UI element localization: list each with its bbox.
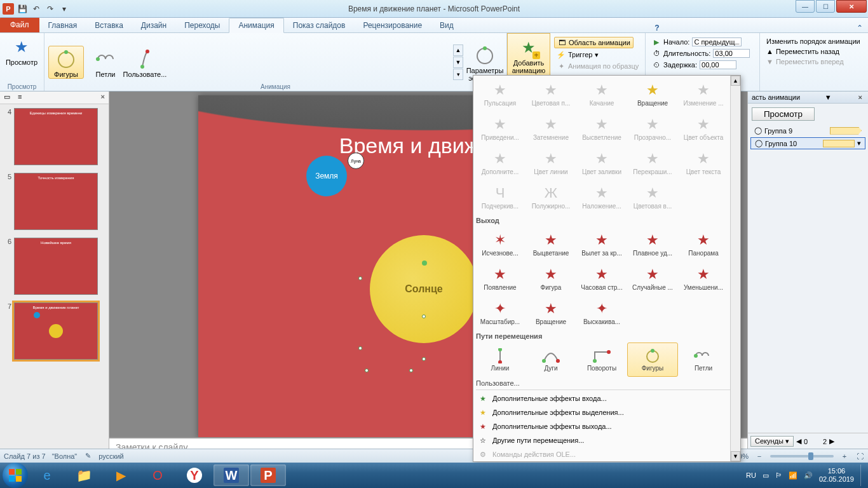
thumb-6[interactable]: 6 Новейшее время	[0, 234, 109, 299]
more-emphasis[interactable]: ★Дополнительные эффекты выделения...	[473, 405, 740, 419]
pin-icon[interactable]: ▼	[822, 93, 834, 101]
handle-c[interactable]	[422, 315, 426, 318]
tl-next-icon[interactable]: ▶	[829, 437, 834, 445]
more-exit[interactable]: ★Дополнительные эффекты выхода...	[473, 419, 740, 433]
exit-shape[interactable]: ★Фигура	[526, 261, 576, 295]
eff-objcolor[interactable]: ★Цвет объекта	[678, 111, 729, 146]
outline-tab-icon[interactable]: ≡	[14, 92, 25, 104]
tab-slideshow[interactable]: Показ слайдов	[284, 18, 355, 32]
eff-teeter[interactable]: ★Качание	[576, 77, 627, 111]
zoom-thumb[interactable]	[808, 452, 813, 460]
show-desktop-button[interactable]	[860, 464, 865, 486]
maximize-button[interactable]: ☐	[816, 0, 835, 13]
eff-wave[interactable]: ★Цветовая в...	[627, 180, 678, 214]
eff-spin[interactable]: ★Вращение	[627, 77, 678, 111]
eff-darken[interactable]: ★Затемнение	[526, 111, 576, 146]
gallery-up-icon[interactable]: ▲	[453, 44, 463, 56]
exit-shrink[interactable]: ★Уменьшени...	[678, 261, 729, 295]
exit-fade[interactable]: ★Выцветание	[526, 227, 576, 261]
delay-input[interactable]	[700, 60, 736, 69]
earth-shape[interactable]: Земля	[306, 156, 347, 196]
exit-split[interactable]: ★Панорама	[678, 227, 729, 261]
task-wmp[interactable]: ▶	[103, 464, 139, 486]
tray-flag-icon[interactable]: ▭	[763, 471, 769, 480]
tab-design[interactable]: Дизайн	[132, 18, 175, 32]
thumbs-close-icon[interactable]: ×	[97, 92, 109, 104]
eff-transparency[interactable]: ★Прозрачно...	[627, 111, 678, 146]
eff-fillcolor[interactable]: ★Цвет заливки	[576, 146, 627, 180]
tab-review[interactable]: Рецензирование	[354, 18, 431, 32]
duration-input[interactable]	[713, 49, 750, 58]
tab-view[interactable]: Вид	[431, 18, 463, 32]
trigger-button[interactable]: ⚡ Триггер ▾	[554, 50, 601, 60]
eff-fontcolor[interactable]: ★Цвет текста	[678, 146, 729, 180]
scroll-down-icon[interactable]: ▼	[731, 451, 740, 461]
tl-prev-icon[interactable]: ◀	[796, 437, 801, 445]
eff-colorpulse[interactable]: ★Цветовая п...	[526, 77, 576, 111]
exit-flyout[interactable]: ★Вылет за кр...	[576, 227, 627, 261]
thumb-4[interactable]: 4 Единицы измерения времени	[0, 104, 109, 169]
tray-action-center-icon[interactable]: 🏳	[775, 471, 782, 479]
motion-arcs[interactable]: Дуги	[526, 342, 576, 377]
motion-lines[interactable]: Линии	[475, 342, 526, 377]
tray-volume-icon[interactable]: 🔊	[804, 471, 813, 480]
handle-s2[interactable]	[422, 357, 426, 361]
save-icon[interactable]: 💾	[17, 3, 28, 15]
close-button[interactable]: ✕	[836, 0, 867, 13]
exit-swivel[interactable]: ★Вращение	[526, 295, 576, 330]
animation-pane-close-icon[interactable]: ×	[857, 93, 864, 101]
move-back-button[interactable]: ▲ Переместить назад	[764, 47, 842, 56]
help-icon[interactable]: ?	[649, 24, 664, 32]
effect-shapes[interactable]: Фигуры	[48, 46, 84, 79]
qat-dropdown-icon[interactable]: ▾	[58, 3, 70, 15]
eff-growshrink[interactable]: ★Изменение ...	[678, 77, 729, 111]
ribbon-collapse-icon[interactable]: ⌃	[851, 24, 868, 32]
fit-view-icon[interactable]: ⛶	[855, 452, 864, 461]
more-entrance[interactable]: ★Дополнительные эффекты входа...	[473, 391, 740, 405]
task-yandex[interactable]: Y	[177, 464, 212, 486]
eff-complementary[interactable]: ★Дополните...	[475, 146, 526, 180]
handle-w[interactable]	[358, 276, 362, 280]
task-powerpoint[interactable]: P	[250, 464, 286, 486]
seconds-button[interactable]: Секунды ▾	[750, 436, 794, 447]
language-status[interactable]: русский	[98, 452, 123, 460]
sun-shape[interactable]: Солнце	[370, 235, 478, 343]
tray-clock[interactable]: 15:06 02.05.2019	[819, 467, 854, 484]
eff-pulse[interactable]: ★Пульсация	[475, 77, 526, 111]
animation-pane-preview-button[interactable]: Просмотр	[752, 107, 815, 121]
motion-shapes[interactable]: Фигуры	[627, 342, 678, 377]
gallery-more-icon[interactable]: ▾	[453, 69, 463, 80]
item-menu-icon[interactable]: ▾	[857, 139, 861, 147]
task-explorer[interactable]: 📁	[66, 464, 102, 486]
spelling-icon[interactable]: ✎	[83, 452, 92, 461]
exit-wheel[interactable]: ★Часовая стр...	[576, 261, 627, 295]
motion-loops[interactable]: Петли	[678, 342, 729, 377]
effect-custom[interactable]: Пользовате...	[127, 46, 163, 78]
animation-pane-button[interactable]: 🗔 Область анимации	[554, 37, 634, 48]
eff-boldreveal[interactable]: ★Наложение...	[576, 180, 627, 214]
exit-appear[interactable]: ★Появление	[475, 261, 526, 295]
thumb-7[interactable]: 7 Время и движение планет	[0, 299, 109, 363]
exit-disappear[interactable]: ✶Исчезнове...	[475, 227, 526, 261]
dropdown-scrollbar[interactable]: ▲ ▼	[730, 76, 740, 461]
tray-network-icon[interactable]: 📶	[789, 471, 797, 480]
eff-lighten[interactable]: ★Высветление	[576, 111, 627, 146]
scroll-up-icon[interactable]: ▲	[731, 76, 740, 86]
moon-shape[interactable]: Луна	[348, 152, 364, 169]
tab-animation[interactable]: Анимация	[229, 18, 283, 33]
rotation-handle-icon[interactable]	[422, 261, 427, 266]
exit-random[interactable]: ★Случайные ...	[627, 261, 678, 295]
gallery-down-icon[interactable]: ▼	[453, 57, 463, 68]
task-word[interactable]: W	[214, 464, 249, 486]
handle-s3[interactable]	[409, 369, 413, 372]
exit-bounce[interactable]: ✦Выскакива...	[576, 295, 627, 330]
zoom-slider[interactable]	[770, 455, 834, 458]
preview-button[interactable]: ★ Просмотр	[4, 34, 39, 66]
exit-floatout[interactable]: ★Плавное уд...	[627, 227, 678, 261]
task-opera[interactable]: O	[140, 464, 175, 486]
anim-item-1[interactable]: ◯ Группа 9	[750, 125, 865, 136]
redo-icon[interactable]: ↷	[44, 3, 56, 15]
more-motion[interactable]: ☆Другие пути перемещения...	[473, 433, 740, 447]
eff-underline[interactable]: ЧПодчеркив...	[475, 180, 526, 214]
handle-s1[interactable]	[365, 369, 369, 372]
